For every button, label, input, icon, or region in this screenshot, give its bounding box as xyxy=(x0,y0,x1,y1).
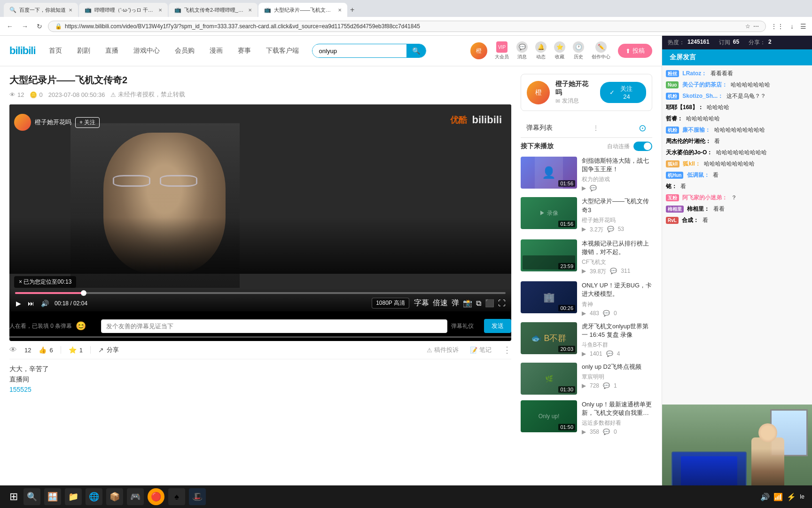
taskbar-icon-steam[interactable]: 🎩 xyxy=(189,488,206,505)
taskbar-icon-folder[interactable]: 📁 xyxy=(65,488,82,505)
collect-icon: ⭐ xyxy=(69,346,77,354)
subtitle-button[interactable]: 字幕 xyxy=(414,298,429,308)
collect-button[interactable]: ⭐ 1 xyxy=(69,346,83,354)
message-icon: 💬 xyxy=(516,41,528,53)
taskbar-icon-browser[interactable]: 🌐 xyxy=(86,488,102,505)
follow-main-button[interactable]: ✓ 关注 24 xyxy=(600,82,646,103)
taskbar-icon-windows[interactable]: 🪟 xyxy=(44,488,61,505)
pip-button[interactable]: ⧉ xyxy=(476,299,481,308)
video-uploader-avatar xyxy=(14,114,31,131)
report-btn[interactable]: ⚠ 稿件投诉 xyxy=(427,346,459,354)
rec-views-4: 483 xyxy=(590,310,599,317)
header-creation[interactable]: ✏️ 创作中心 xyxy=(592,41,610,60)
nav-manga[interactable]: 漫画 xyxy=(206,45,226,57)
upload-button[interactable]: ⬆ 投稿 xyxy=(618,44,652,58)
header-vip[interactable]: VIP 大会员 xyxy=(495,41,509,60)
auto-play-toggle[interactable] xyxy=(633,142,652,151)
forward-button[interactable]: → xyxy=(19,21,31,32)
time-display: 00:18 / 02:04 xyxy=(55,300,87,307)
send-danmaku-button[interactable]: 发送 xyxy=(484,319,511,333)
back-button[interactable]: ← xyxy=(4,21,16,32)
search-button[interactable]: 🔍 xyxy=(406,44,426,57)
battery-tray-icon[interactable]: ⚡ xyxy=(787,492,796,501)
header-dynamics[interactable]: 🔔 动态 xyxy=(535,41,547,60)
volume-button[interactable]: 🔊 xyxy=(40,299,50,308)
rec-item-3[interactable]: 23:59 本视频记录已从排行榜上撤销，对不起。 CF飞机文 ▶ 39.8万 💬… xyxy=(521,239,652,276)
rec-item-5[interactable]: 🐟 B不群 20:03 虎牙飞机文onlyup世界第一 16:45 复盘 录像 … xyxy=(521,322,652,357)
tab-bilibili-home[interactable]: 📺 哔哩哔哩（'·ω·')っロ 干杯~ ✕ xyxy=(79,3,168,17)
taskbar-icon-store[interactable]: 📦 xyxy=(106,488,123,505)
tab-baidu[interactable]: 🔍 百度一下，你就知道 ✕ xyxy=(4,3,78,17)
new-tab-button[interactable]: + xyxy=(348,4,356,16)
tab-video-2[interactable]: 📺 飞机文传奇2-哔哩哔哩_Bili... ✕ xyxy=(169,3,258,17)
danmaku-settings[interactable]: 弹幕礼仪 xyxy=(451,322,474,330)
nav-drama[interactable]: 剧剧 xyxy=(73,45,94,57)
rec-uploader-7: 远近多数都好看 xyxy=(582,419,652,427)
volume-tray-icon[interactable]: 🔊 xyxy=(760,492,770,501)
nav-games[interactable]: 游戏中心 xyxy=(130,45,164,57)
header-history[interactable]: 🕐 历史 xyxy=(573,41,584,60)
rec-item-1[interactable]: 👤 01:56 剑指德斯特洛大陆，战七国争玉王座！ 权力的游戏 ▶ 💬 xyxy=(521,157,652,191)
address-bar[interactable]: 🔒 https://www.bilibili.com/video/BV13W4y… xyxy=(48,21,766,32)
taskbar-icon-search[interactable]: 🔍 xyxy=(23,488,40,505)
video-frame[interactable]: 橙子她开花吗 + 关注 优酷 bilibili × 已为您定位至00:13 xyxy=(9,104,511,311)
nav-home[interactable]: 首页 xyxy=(45,45,66,57)
nav-esports[interactable]: 赛事 xyxy=(234,45,255,57)
start-button[interactable]: ⊞ xyxy=(8,489,20,505)
user-avatar[interactable]: 橙 xyxy=(470,42,487,59)
tab-close-2[interactable]: ✕ xyxy=(158,8,162,13)
download-button[interactable]: ↓ xyxy=(789,21,796,32)
reload-button[interactable]: ↻ xyxy=(34,21,45,32)
header-messages[interactable]: 💬 消息 xyxy=(516,41,528,60)
next-button[interactable]: ⏭ xyxy=(27,299,35,308)
video-player[interactable]: 橙子她开花吗 + 关注 优酷 bilibili × 已为您定位至00:13 xyxy=(9,104,511,341)
rec-item-4[interactable]: 🏢 00:26 ONLY UP！逆天BUG，卡进大楼模型。 青神 ▶ 483 💬… xyxy=(521,281,652,316)
follow-button-overlay[interactable]: + 关注 xyxy=(75,117,100,128)
rec-item-7[interactable]: Only up! 01:50 Only up！最新速通榜单更新，飞机文突破自我重… xyxy=(521,400,652,435)
tab-close-3[interactable]: ✕ xyxy=(248,8,252,13)
screenshot-button[interactable]: 📸 xyxy=(463,299,472,308)
network-tray-icon[interactable]: 📶 xyxy=(773,492,783,501)
bookmark-icon: ☆ xyxy=(745,23,750,30)
quality-button[interactable]: 1080P 高清 xyxy=(372,298,409,309)
danmaku-button[interactable]: 弹 xyxy=(452,298,459,308)
rec-title-1: 剑指德斯特洛大陆，战七国争玉王座！ xyxy=(582,157,652,174)
theater-button[interactable]: ⬛ xyxy=(485,299,494,308)
menu-button[interactable]: ☰ xyxy=(798,21,808,32)
tab-close-active[interactable]: ✕ xyxy=(338,8,342,13)
system-clock[interactable]: Ie xyxy=(800,493,804,501)
rec-info-6: only up D2飞终点视频 覃宸明明 ▶ 728 💬 1 xyxy=(582,363,652,395)
share-button[interactable]: ↗ 分享 xyxy=(98,346,119,354)
tab-close-baidu[interactable]: ✕ xyxy=(69,8,72,13)
taskbar-icon-game2[interactable]: 🔴 xyxy=(148,488,164,505)
fullscreen-button[interactable]: ⛶ xyxy=(498,299,506,308)
comments-section: 大大，辛苦了 直播间 155525 xyxy=(9,359,511,401)
nav-live[interactable]: 直播 xyxy=(102,45,122,57)
like-button[interactable]: 👍 6 xyxy=(39,346,53,354)
send-message-link[interactable]: ✉ 发消息 xyxy=(555,97,594,105)
rec-item-2[interactable]: ▶ 录像 01:56 大型纪录片——飞机文传奇3 橙子她开花吗 ▶ 3.2万 💬… xyxy=(521,197,652,233)
nav-download[interactable]: 下载客户端 xyxy=(262,45,303,57)
speed-button[interactable]: 倍速 xyxy=(433,298,448,308)
taskbar-icon-game1[interactable]: 🎮 xyxy=(127,488,144,505)
danmaku-input[interactable] xyxy=(101,319,447,333)
header-favorites[interactable]: ⭐ 收藏 xyxy=(554,41,565,60)
more-options[interactable]: ⋮ xyxy=(503,345,511,355)
live-chat-area[interactable]: 粉丝 LRatoz： 看看看看 Nuo 美公子的奶茶店： 哈哈哈哈哈哈哈 机粉 … xyxy=(662,65,812,405)
nav-premium[interactable]: 会员购 xyxy=(171,45,198,57)
online-viewers: 人在看，已装填 0 条弹幕 xyxy=(9,322,72,330)
chat-text-12: 看看 xyxy=(713,206,725,212)
progress-bar[interactable] xyxy=(15,292,506,294)
tab-video-active[interactable]: 📺 大型纪录片——飞机文传奇 ✕ xyxy=(258,3,347,17)
uploader-name[interactable]: 橙子她开花吗 xyxy=(555,80,594,97)
extensions-button[interactable]: ⋮⋮ xyxy=(769,21,786,32)
danmaku-filter-icon[interactable]: ⋮ xyxy=(593,124,599,132)
taskbar-icon-game3[interactable]: ♠ xyxy=(168,488,185,505)
search-input[interactable] xyxy=(312,45,406,57)
notes-btn[interactable]: 📝 笔记 xyxy=(470,346,492,354)
rec-item-6[interactable]: 🌿 01:30 only up D2飞终点视频 覃宸明明 ▶ 728 💬 1 xyxy=(521,363,652,395)
uploader-name-overlay: 橙子她开花吗 xyxy=(35,118,71,127)
chat-text-3: 哈哈哈哈 xyxy=(707,104,729,111)
play-button[interactable]: ▶ xyxy=(15,299,22,308)
danmaku-toggle[interactable]: ⊙ xyxy=(639,122,647,134)
